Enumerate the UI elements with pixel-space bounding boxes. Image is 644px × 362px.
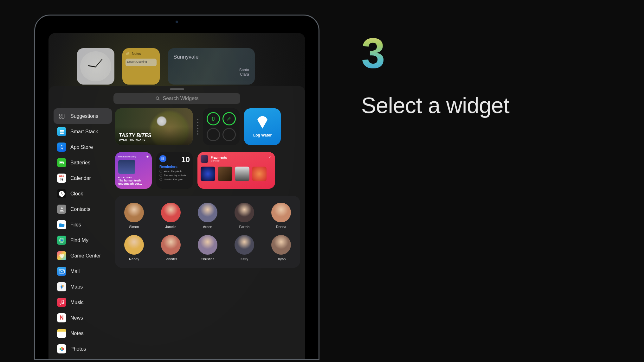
widget-tasty-bites[interactable]: TASTY BITES OVER THE YEARS (115, 108, 193, 145)
album-thumb (218, 167, 232, 181)
svg-rect-3 (59, 117, 61, 118)
contact-farrah[interactable]: Farrah (233, 203, 256, 229)
tasty-subtitle: OVER THE YEARS (119, 138, 151, 141)
reminders-list-icon (159, 155, 166, 162)
podcasts-icon: ◉ (146, 155, 149, 158)
camera-dot (176, 21, 178, 23)
widget-contacts[interactable]: SimonJanelleAroonFarrahDonna RandyJennif… (115, 196, 300, 268)
widget-music[interactable]: ♫ Fragments Bonobo (197, 152, 275, 189)
svg-rect-4 (62, 114, 64, 118)
sidebar-item-music[interactable]: Music (54, 295, 112, 310)
phone-ring-icon (207, 112, 220, 125)
svg-point-22 (62, 285, 63, 287)
notes-widget-bg: 📁 Notes Desert Geeking (122, 48, 160, 85)
contact-janelle[interactable]: Janelle (159, 203, 182, 229)
svg-point-24 (62, 348, 64, 350)
contact-bryan[interactable]: Bryan (270, 235, 293, 261)
app-store-icon (57, 143, 66, 152)
album-thumb (235, 167, 249, 181)
sidebar-item-news[interactable]: NNews (54, 310, 112, 326)
svg-point-28 (162, 157, 162, 158)
svg-point-17 (61, 239, 63, 241)
sidebar-item-label: Calendar (70, 175, 91, 181)
contact-name: Janelle (165, 225, 177, 229)
podcast-title: The human truth underneath our… (118, 179, 149, 186)
sidebar-item-app-store[interactable]: App Store (54, 139, 112, 155)
contact-randy[interactable]: Randy (123, 235, 145, 261)
sidebar-item-label: Notes (70, 331, 84, 336)
news-icon: N (57, 313, 66, 322)
svg-rect-21 (59, 270, 64, 273)
sidebar-item-game-center[interactable]: Game Center (54, 248, 112, 264)
avatar (124, 235, 144, 255)
contact-donna[interactable]: Donna (270, 203, 293, 229)
widget-log-water[interactable]: Log Water (244, 108, 281, 145)
music-icon (57, 298, 66, 307)
sidebar-item-mail[interactable]: Mail (54, 264, 112, 279)
empty-ring-icon (207, 128, 220, 141)
contact-simon[interactable]: Simon (123, 203, 145, 229)
sidebar-item-photos[interactable]: Photos (54, 341, 112, 357)
mail-icon (57, 267, 66, 276)
podcast-app-label: meditative story (118, 155, 136, 158)
notes-icon (57, 329, 66, 338)
sidebar-item-smart-stack[interactable]: Smart Stack (54, 124, 112, 139)
map-city: Sunnyvale (173, 54, 249, 60)
search-placeholder: Search Widgets (163, 96, 199, 101)
sidebar-item-label: Suggestions (70, 113, 98, 119)
sidebar-item-notes[interactable]: Notes (54, 326, 112, 341)
svg-rect-29 (163, 158, 164, 158)
svg-rect-33 (163, 160, 164, 160)
sidebar-item-calendar[interactable]: WED9Calendar (54, 170, 112, 186)
reminder-item: Water the plants (159, 170, 190, 173)
svg-rect-7 (60, 132, 64, 133)
svg-point-20 (60, 256, 63, 258)
svg-rect-2 (59, 114, 61, 116)
search-input[interactable]: Search Widgets (113, 93, 240, 104)
svg-rect-6 (60, 131, 64, 132)
contact-name: Kelly (241, 257, 248, 261)
find-my-icon (57, 236, 66, 245)
sidebar-item-label: Find My (70, 238, 88, 243)
avatar (161, 203, 181, 222)
contact-kelly[interactable]: Kelly (233, 235, 256, 261)
pencil-ring-icon (222, 112, 236, 125)
reminders-label: Reminders (159, 165, 190, 168)
widget-shortcuts-rings[interactable] (203, 108, 240, 145)
svg-point-30 (162, 158, 162, 159)
album-thumb (201, 167, 215, 181)
sidebar-item-label: News (70, 315, 83, 321)
contact-name: Christina (201, 257, 214, 261)
svg-rect-10 (64, 162, 64, 163)
sidebar-item-batteries[interactable]: Batteries (54, 155, 112, 170)
photos-icon (57, 344, 66, 353)
sidebar-item-files[interactable]: Files (54, 217, 112, 232)
avatar (235, 235, 254, 255)
clock-face-icon (80, 51, 111, 81)
sidebar-item-clock[interactable]: Clock (54, 186, 112, 201)
contact-name: Bryan (277, 257, 286, 261)
svg-point-0 (156, 97, 159, 99)
contact-jennifer[interactable]: Jennifer (159, 235, 182, 261)
sidebar-item-label: Photos (70, 346, 86, 352)
sidebar-item-suggestions[interactable]: Suggestions (54, 108, 112, 124)
podcast-followed: FOLLOWED (118, 176, 149, 179)
contact-aroon[interactable]: Aroon (196, 203, 219, 229)
map-region: Santa Clara (239, 68, 249, 77)
contact-christina[interactable]: Christina (196, 235, 219, 261)
reminder-item: Prepare dry soil mix (159, 174, 190, 177)
sidebar-item-maps[interactable]: Maps (54, 279, 112, 295)
avatar (161, 235, 181, 255)
sidebar-item-find-my[interactable]: Find My (54, 232, 112, 248)
avatar (235, 203, 254, 222)
contact-name: Aroon (203, 225, 212, 229)
maps-icon (57, 282, 66, 291)
widget-podcast[interactable]: meditative story ◉ FOLLOWED The human tr… (115, 152, 152, 189)
widget-reminders[interactable]: 10 Reminders Water the plants Prepare dr… (156, 152, 193, 189)
svg-point-14 (61, 207, 63, 209)
reminder-item: Used coffee grou… (159, 178, 190, 181)
svg-point-32 (162, 159, 162, 160)
sheet-grabber[interactable] (170, 88, 184, 90)
sidebar-item-label: Smart Stack (70, 129, 98, 135)
sidebar-item-contacts[interactable]: Contacts (54, 201, 112, 217)
